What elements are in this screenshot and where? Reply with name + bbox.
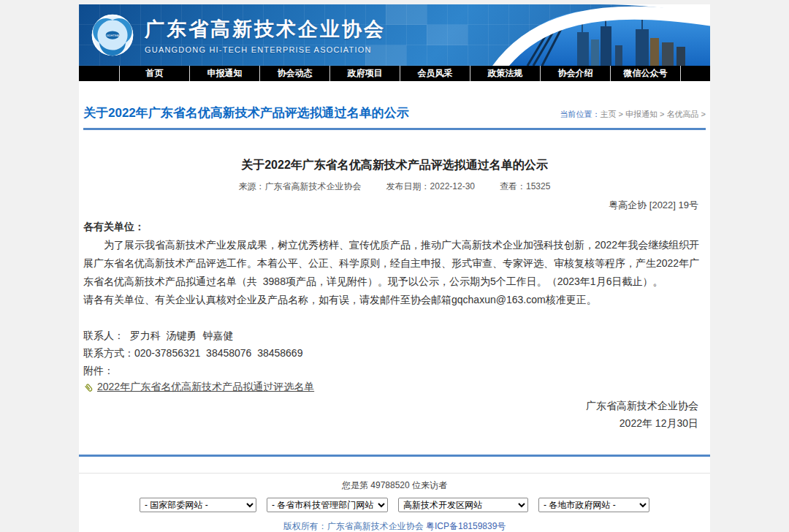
select-provincial-sci-tech[interactable]: - 各省市科技管理部门网站 - xyxy=(267,498,388,512)
browser-viewport: GDHTEA 广东省高新技术企业协会 GUANGDONG HI-TECH ENT… xyxy=(0,0,789,532)
select-hitech-zones[interactable]: 高新技术开发区网站 xyxy=(398,498,528,512)
svg-text:GDHTEA: GDHTEA xyxy=(106,34,119,37)
meta-date: 发布日期：2022-12-30 xyxy=(386,180,475,193)
visitor-counter: 您是第 49788520 位来访者 xyxy=(79,473,710,492)
nav-item-notices[interactable]: 申报通知 xyxy=(190,66,260,81)
main-nav: 首页 申报通知 协会动态 政府项目 会员风采 政策法规 协会介绍 微信公众号 xyxy=(79,66,710,81)
breadcrumb: 当前位置：主页 > 申报通知 > 名优高品 > xyxy=(560,109,706,121)
contact-person: 联系人： 罗力科 汤键勇 钟嘉健 xyxy=(83,327,706,344)
header-banner: GDHTEA 广东省高新技术企业协会 GUANGDONG HI-TECH ENT… xyxy=(79,4,710,66)
paperclip-icon xyxy=(81,379,96,395)
content-bottom-divider xyxy=(79,455,710,457)
article-area: 关于2022年广东省名优高新技术产品评选拟通过名单的公示 当前位置：主页 > 申… xyxy=(79,81,710,448)
attachment-row: 2022年广东省名优高新技术产品拟通过评选名单 xyxy=(83,381,706,394)
association-logo[interactable]: GDHTEA xyxy=(91,13,134,57)
nav-fill xyxy=(681,66,710,81)
page-title: 关于2022年广东省名优高新技术产品评选拟通过名单的公示 xyxy=(83,104,409,121)
footer: 您是第 49788520 位来访者 - 国家部委网站 - - 各省市科技管理部门… xyxy=(79,473,710,532)
document-number: 粤高企协 [2022] 19号 xyxy=(83,199,706,212)
banner-content: GDHTEA 广东省高新技术企业协会 GUANGDONG HI-TECH ENT… xyxy=(79,4,710,66)
copyright-row: 版权所有：广东省高新技术企业协会 粤ICP备18159839号 xyxy=(79,520,710,532)
breadcrumb-label: 当前位置： xyxy=(560,110,600,118)
org-name-en: GUANGDONG HI-TECH ENTERPRISE ASOCIATION xyxy=(145,45,386,54)
contact-phone: 联系方式：020-37856321 38458076 38458669 xyxy=(83,344,706,362)
icp-license-link[interactable]: 粤ICP备18159839号 xyxy=(426,521,506,531)
contact-block: 联系人： 罗力科 汤键勇 钟嘉健 联系方式：020-37856321 38458… xyxy=(83,327,706,394)
breadcrumb-path[interactable]: 主页 > 申报通知 > 名优高品 > xyxy=(600,110,706,118)
page-container: GDHTEA 广东省高新技术企业协会 GUANGDONG HI-TECH ENT… xyxy=(79,4,710,532)
select-national-ministries[interactable]: - 国家部委网站 - xyxy=(140,498,256,512)
page-head: 关于2022年广东省名优高新技术产品评选拟通过名单的公示 当前位置：主页 > 申… xyxy=(83,81,706,121)
nav-item-about[interactable]: 协会介绍 xyxy=(541,66,611,81)
title-divider xyxy=(83,128,706,130)
friendly-links-row: - 国家部委网站 - - 各省市科技管理部门网站 - 高新技术开发区网站 - 各… xyxy=(79,498,710,512)
attachment-link[interactable]: 2022年广东省名优高新技术产品拟通过评选名单 xyxy=(97,381,314,394)
nav-item-gov-projects[interactable]: 政府项目 xyxy=(330,66,400,81)
signature-block: 广东省高新技术企业协会 2022年 12月30日 xyxy=(586,397,698,432)
body-paragraph-2: 请各有关单位、有关企业认真核对企业及产品名称，如有误，请发邮件至协会邮箱gqch… xyxy=(83,291,706,309)
nav-item-association-news[interactable]: 协会动态 xyxy=(260,66,330,81)
meta-source: 来源：广东省高新技术企业协会 xyxy=(239,180,362,193)
banner-titles: 广东省高新技术企业协会 GUANGDONG HI-TECH ENTERPRISE… xyxy=(145,16,386,54)
nav-item-wechat[interactable]: 微信公众号 xyxy=(611,66,681,81)
body-paragraph-1: 为了展示我省高新技术产业发展成果，树立优秀榜样、宣传优质产品，推动广大高新技术企… xyxy=(83,236,706,291)
org-name-zh: 广东省高新技术企业协会 xyxy=(145,16,386,42)
attachment-label: 附件： xyxy=(83,362,706,379)
article-meta: 来源：广东省高新技术企业协会 发布日期：2022-12-30 查看：15325 xyxy=(83,180,706,193)
signature-org: 广东省高新技术企业协会 xyxy=(586,397,698,414)
copyright-text: 版权所有：广东省高新技术企业协会 xyxy=(283,521,424,531)
nav-spacer xyxy=(79,66,120,81)
nav-item-home[interactable]: 首页 xyxy=(120,66,190,81)
nav-item-policies[interactable]: 政策法规 xyxy=(470,66,541,81)
article-title: 关于2022年广东省名优高新技术产品评选拟通过名单的公示 xyxy=(83,158,706,173)
salutation: 各有关单位： xyxy=(83,221,706,234)
signature-date: 2022年 12月30日 xyxy=(586,414,698,432)
meta-views: 查看：15325 xyxy=(500,180,550,193)
nav-item-member-showcase[interactable]: 会员风采 xyxy=(400,66,470,81)
select-city-governments[interactable]: - 各地市政府网站 - xyxy=(538,498,649,512)
